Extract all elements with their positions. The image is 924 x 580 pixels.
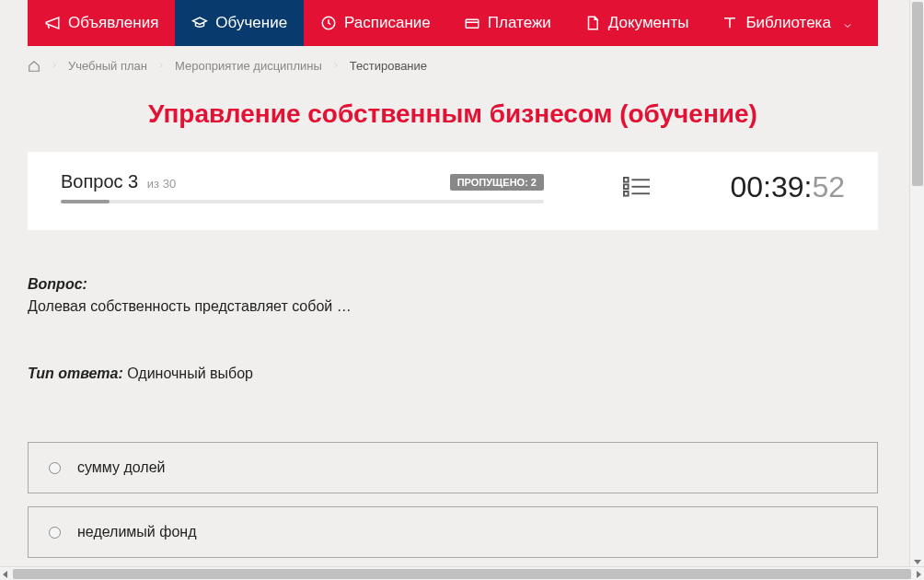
question-label: Вопрос: [28,276,878,293]
answer-text: сумму долей [77,459,166,476]
home-icon[interactable] [28,60,40,73]
scrollbar-thumb[interactable] [13,569,911,579]
breadcrumb-study-plan[interactable]: Учебный план [68,59,147,73]
nav-announcements[interactable]: Объявления [28,0,175,46]
chevron-right-icon [50,59,59,73]
breadcrumb-testing: Тестирование [350,59,427,73]
chevron-right-icon [156,59,166,73]
question-list-icon[interactable] [623,177,651,199]
nav-label: Библиотека [745,14,830,32]
breadcrumb: Учебный план Мероприятие дисциплины Тест… [0,46,906,86]
progress-bar [61,200,544,203]
megaphone-icon [44,15,61,31]
horizontal-scrollbar[interactable] [0,566,924,580]
main-nav: Объявления Обучение Расписание Платежи [28,0,878,46]
nav-schedule[interactable]: Расписание [304,0,447,46]
answer-text: неделимый фонд [77,524,196,540]
radio-input[interactable] [49,527,61,539]
document-icon [584,15,601,31]
timer-seconds: 52 [812,170,845,203]
page-title: Управление собственным бизнесом (обучени… [28,99,878,129]
radio-input[interactable] [49,462,61,474]
nav-label: Документы [608,14,689,32]
nav-label: Обучение [215,14,287,32]
question-number-label: Вопрос 3 [61,171,144,191]
question-text: Долевая собственность представляет собой… [28,298,878,315]
nav-library[interactable]: Библиотека [705,0,869,46]
svg-rect-1 [466,19,479,28]
answers-list: сумму долей неделимый фонд союз [28,442,878,566]
question-body: Вопрос: Долевая собственность представля… [28,276,878,382]
answer-option[interactable]: сумму долей [28,442,878,493]
question-total: из 30 [147,177,176,191]
nav-label: Расписание [344,14,431,32]
timer: 00:39:52 [730,170,845,204]
progress-fill [61,200,110,203]
svg-rect-2 [624,177,629,181]
clock-icon [320,15,337,31]
scroll-right-arrow-icon[interactable] [917,571,921,578]
nav-label: Объявления [68,14,158,32]
answer-option[interactable]: неделимый фонд [28,506,878,558]
chevron-right-icon [331,59,341,73]
nav-education[interactable]: Обучение [175,0,304,46]
answer-type-label: Тип ответа: [28,365,123,381]
scroll-left-arrow-icon[interactable] [3,571,7,578]
skipped-badge: ПРОПУЩЕНО: 2 [450,174,544,191]
svg-rect-6 [624,191,629,195]
chevron-down-icon [842,17,853,29]
library-icon [722,15,738,31]
nav-documents[interactable]: Документы [568,0,706,46]
payment-icon [464,15,480,31]
nav-label: Платежи [488,14,551,32]
education-icon [191,15,208,31]
nav-payments[interactable]: Платежи [447,0,568,46]
status-panel: Вопрос 3 из 30 ПРОПУЩЕНО: 2 [28,152,878,230]
scroll-down-arrow-icon[interactable] [914,560,921,564]
vertical-scrollbar[interactable] [909,0,924,566]
answer-type-value: Одиночный выбор [127,365,253,381]
timer-main: 00:39: [730,170,812,203]
svg-rect-4 [624,184,629,189]
breadcrumb-discipline-event[interactable]: Мероприятие дисциплины [175,59,322,73]
scrollbar-thumb[interactable] [912,2,923,186]
